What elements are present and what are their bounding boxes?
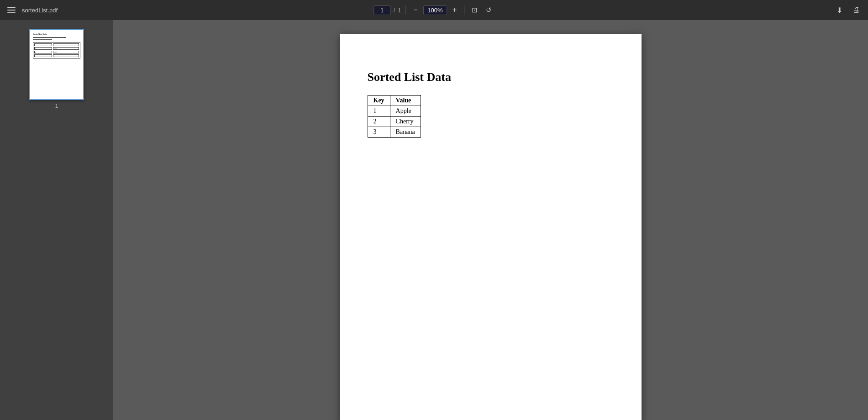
- table-cell-value: Cherry: [390, 117, 421, 127]
- main-area: Sorted List Data KeyValue 1Apple 2Cherry…: [0, 20, 868, 420]
- thumbnail-container: Sorted List Data KeyValue 1Apple 2Cherry…: [29, 29, 84, 109]
- zoom-input[interactable]: [426, 7, 444, 14]
- page-total: 1: [398, 7, 401, 14]
- toolbar-right: ⬇ 🖨: [834, 4, 863, 16]
- table-cell-key: 3: [368, 127, 390, 138]
- presentation-button[interactable]: ⊡: [469, 4, 480, 16]
- page-input-group: [374, 5, 391, 15]
- table-row: 2Cherry: [368, 117, 421, 127]
- table-cell-key: 2: [368, 117, 390, 127]
- presentation-icon: ⊡: [472, 6, 478, 14]
- toolbar: sortedList.pdf / 1 − + ⊡ ↺ ⬇ 🖨: [0, 0, 868, 20]
- zoom-in-button[interactable]: +: [450, 4, 459, 16]
- table-header-value: Value: [390, 96, 421, 106]
- zoom-input-group: [423, 5, 447, 15]
- download-icon: ⬇: [836, 6, 842, 15]
- divider-2: [464, 5, 464, 15]
- table-row: 1Apple: [368, 106, 421, 117]
- table-cell-value: Banana: [390, 127, 421, 138]
- toolbar-left: sortedList.pdf: [5, 5, 58, 15]
- download-button[interactable]: ⬇: [834, 4, 845, 16]
- history-icon: ↺: [486, 6, 492, 14]
- page-separator: /: [394, 7, 395, 14]
- pdf-table: Key Value 1Apple2Cherry3Banana: [368, 95, 421, 138]
- file-name: sortedList.pdf: [22, 7, 58, 14]
- table-cell-key: 1: [368, 106, 390, 117]
- toolbar-center: / 1 − + ⊡ ↺: [374, 4, 495, 16]
- table-header-key: Key: [368, 96, 390, 106]
- page-thumbnail[interactable]: Sorted List Data KeyValue 1Apple 2Cherry…: [29, 29, 84, 100]
- page-number-input[interactable]: [377, 7, 388, 14]
- thumbnail-page-number: 1: [55, 103, 58, 109]
- table-cell-value: Apple: [390, 106, 421, 117]
- sidebar: Sorted List Data KeyValue 1Apple 2Cherry…: [0, 20, 113, 420]
- pdf-viewer[interactable]: Sorted List Data Key Value 1Apple2Cherry…: [113, 20, 868, 420]
- pdf-page: Sorted List Data Key Value 1Apple2Cherry…: [340, 34, 642, 420]
- print-icon: 🖨: [852, 6, 860, 14]
- pdf-title: Sorted List Data: [368, 70, 614, 84]
- print-button[interactable]: 🖨: [850, 4, 863, 16]
- table-row: 3Banana: [368, 127, 421, 138]
- history-button[interactable]: ↺: [483, 4, 494, 16]
- menu-button[interactable]: [5, 5, 17, 15]
- zoom-out-button[interactable]: −: [411, 4, 421, 16]
- divider-1: [406, 5, 406, 15]
